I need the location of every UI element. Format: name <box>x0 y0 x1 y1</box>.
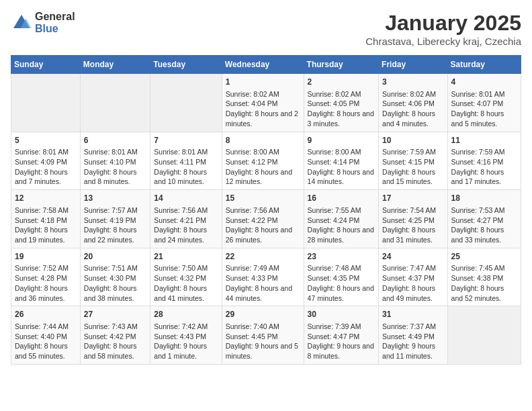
day-number: 12 <box>15 193 77 204</box>
calendar-cell: 6Sunrise: 8:01 AM Sunset: 4:10 PM Daylig… <box>80 132 150 190</box>
header-thursday: Thursday <box>304 56 379 74</box>
day-content: Sunrise: 7:53 AM Sunset: 4:27 PM Dayligh… <box>451 205 517 245</box>
calendar-cell <box>150 74 222 132</box>
day-content: Sunrise: 7:52 AM Sunset: 4:28 PM Dayligh… <box>15 263 77 303</box>
logo: General Blue <box>11 11 75 34</box>
header-sunday: Sunday <box>11 56 81 74</box>
calendar-cell: 30Sunrise: 7:39 AM Sunset: 4:47 PM Dayli… <box>304 306 379 365</box>
calendar-cell: 21Sunrise: 7:50 AM Sunset: 4:32 PM Dayli… <box>150 248 222 306</box>
calendar-table: Sunday Monday Tuesday Wednesday Thursday… <box>11 55 521 365</box>
day-number: 16 <box>308 193 375 204</box>
page-title: January 2025 <box>365 11 521 36</box>
calendar-cell: 31Sunrise: 7:37 AM Sunset: 4:49 PM Dayli… <box>379 306 447 365</box>
calendar-cell: 10Sunrise: 7:59 AM Sunset: 4:15 PM Dayli… <box>379 132 447 190</box>
calendar-cell: 26Sunrise: 7:44 AM Sunset: 4:40 PM Dayli… <box>11 306 81 365</box>
calendar-cell <box>80 74 150 132</box>
day-number: 3 <box>382 77 443 88</box>
day-number: 18 <box>451 193 517 204</box>
day-content: Sunrise: 7:44 AM Sunset: 4:40 PM Dayligh… <box>15 322 77 361</box>
calendar-cell: 8Sunrise: 8:00 AM Sunset: 4:12 PM Daylig… <box>222 132 304 190</box>
day-number: 29 <box>226 309 300 320</box>
day-content: Sunrise: 7:45 AM Sunset: 4:38 PM Dayligh… <box>451 263 517 303</box>
header-friday: Friday <box>379 56 447 74</box>
day-number: 25 <box>451 251 517 263</box>
calendar-cell: 27Sunrise: 7:43 AM Sunset: 4:42 PM Dayli… <box>80 306 150 365</box>
day-number: 24 <box>382 251 443 263</box>
day-content: Sunrise: 7:47 AM Sunset: 4:37 PM Dayligh… <box>382 263 443 303</box>
day-number: 26 <box>15 309 77 320</box>
day-content: Sunrise: 8:02 AM Sunset: 4:05 PM Dayligh… <box>308 89 375 129</box>
calendar-cell: 18Sunrise: 7:53 AM Sunset: 4:27 PM Dayli… <box>447 190 521 248</box>
day-content: Sunrise: 7:39 AM Sunset: 4:47 PM Dayligh… <box>308 322 375 361</box>
week-row-1: 1Sunrise: 8:02 AM Sunset: 4:04 PM Daylig… <box>11 74 521 132</box>
day-content: Sunrise: 7:48 AM Sunset: 4:35 PM Dayligh… <box>308 263 375 303</box>
calendar-cell: 12Sunrise: 7:58 AM Sunset: 4:18 PM Dayli… <box>11 190 81 248</box>
day-number: 27 <box>84 309 146 320</box>
calendar-cell: 24Sunrise: 7:47 AM Sunset: 4:37 PM Dayli… <box>379 248 447 306</box>
calendar-cell: 20Sunrise: 7:51 AM Sunset: 4:30 PM Dayli… <box>80 248 150 306</box>
day-number: 20 <box>84 251 146 263</box>
calendar-cell: 2Sunrise: 8:02 AM Sunset: 4:05 PM Daylig… <box>304 74 379 132</box>
calendar-cell: 13Sunrise: 7:57 AM Sunset: 4:19 PM Dayli… <box>80 190 150 248</box>
calendar-cell: 4Sunrise: 8:01 AM Sunset: 4:07 PM Daylig… <box>447 74 521 132</box>
day-content: Sunrise: 8:01 AM Sunset: 4:09 PM Dayligh… <box>15 147 77 187</box>
day-content: Sunrise: 7:54 AM Sunset: 4:25 PM Dayligh… <box>382 205 443 245</box>
calendar-cell: 3Sunrise: 8:02 AM Sunset: 4:06 PM Daylig… <box>379 74 447 132</box>
day-number: 30 <box>308 309 375 320</box>
day-number: 22 <box>226 251 300 263</box>
day-number: 17 <box>382 193 443 204</box>
day-content: Sunrise: 8:01 AM Sunset: 4:07 PM Dayligh… <box>451 89 517 129</box>
header-wednesday: Wednesday <box>222 56 304 74</box>
calendar-cell: 19Sunrise: 7:52 AM Sunset: 4:28 PM Dayli… <box>11 248 81 306</box>
week-row-3: 12Sunrise: 7:58 AM Sunset: 4:18 PM Dayli… <box>11 190 521 248</box>
day-number: 13 <box>84 193 146 204</box>
day-content: Sunrise: 7:42 AM Sunset: 4:43 PM Dayligh… <box>154 322 218 361</box>
logo-general: General <box>35 11 75 23</box>
logo-icon <box>11 12 32 34</box>
calendar-cell: 9Sunrise: 8:00 AM Sunset: 4:14 PM Daylig… <box>304 132 379 190</box>
day-number: 1 <box>226 77 300 88</box>
calendar-cell: 28Sunrise: 7:42 AM Sunset: 4:43 PM Dayli… <box>150 306 222 365</box>
day-number: 14 <box>154 193 218 204</box>
day-number: 9 <box>308 135 375 146</box>
day-content: Sunrise: 7:57 AM Sunset: 4:19 PM Dayligh… <box>84 205 146 245</box>
day-number: 11 <box>451 135 517 146</box>
day-number: 19 <box>15 251 77 263</box>
calendar-cell: 7Sunrise: 8:01 AM Sunset: 4:11 PM Daylig… <box>150 132 222 190</box>
day-content: Sunrise: 7:51 AM Sunset: 4:30 PM Dayligh… <box>84 263 146 303</box>
day-number: 5 <box>15 135 77 146</box>
calendar-cell: 11Sunrise: 7:59 AM Sunset: 4:16 PM Dayli… <box>447 132 521 190</box>
day-content: Sunrise: 7:58 AM Sunset: 4:18 PM Dayligh… <box>15 205 77 245</box>
page-header: General Blue January 2025 Chrastava, Lib… <box>11 11 521 47</box>
day-content: Sunrise: 7:55 AM Sunset: 4:24 PM Dayligh… <box>308 205 375 245</box>
title-block: January 2025 Chrastava, Liberecky kraj, … <box>365 11 521 47</box>
day-content: Sunrise: 8:00 AM Sunset: 4:14 PM Dayligh… <box>308 147 375 187</box>
day-number: 15 <box>226 193 300 204</box>
day-content: Sunrise: 7:40 AM Sunset: 4:45 PM Dayligh… <box>226 322 300 361</box>
day-content: Sunrise: 7:37 AM Sunset: 4:49 PM Dayligh… <box>382 322 443 361</box>
calendar-cell: 1Sunrise: 8:02 AM Sunset: 4:04 PM Daylig… <box>222 74 304 132</box>
calendar-cell: 23Sunrise: 7:48 AM Sunset: 4:35 PM Dayli… <box>304 248 379 306</box>
calendar-cell: 25Sunrise: 7:45 AM Sunset: 4:38 PM Dayli… <box>447 248 521 306</box>
page-subtitle: Chrastava, Liberecky kraj, Czechia <box>365 36 521 47</box>
logo-blue: Blue <box>35 23 75 35</box>
day-number: 2 <box>308 77 375 88</box>
calendar-cell <box>447 306 521 365</box>
calendar-cell: 22Sunrise: 7:49 AM Sunset: 4:33 PM Dayli… <box>222 248 304 306</box>
day-content: Sunrise: 8:02 AM Sunset: 4:04 PM Dayligh… <box>226 89 300 129</box>
day-content: Sunrise: 8:00 AM Sunset: 4:12 PM Dayligh… <box>226 147 300 187</box>
day-content: Sunrise: 8:01 AM Sunset: 4:11 PM Dayligh… <box>154 147 218 187</box>
day-content: Sunrise: 7:59 AM Sunset: 4:16 PM Dayligh… <box>451 147 517 187</box>
week-row-2: 5Sunrise: 8:01 AM Sunset: 4:09 PM Daylig… <box>11 132 521 190</box>
day-number: 6 <box>84 135 146 146</box>
header-saturday: Saturday <box>447 56 521 74</box>
day-content: Sunrise: 7:56 AM Sunset: 4:21 PM Dayligh… <box>154 205 218 245</box>
day-number: 31 <box>382 309 443 320</box>
day-content: Sunrise: 7:43 AM Sunset: 4:42 PM Dayligh… <box>84 322 146 361</box>
day-content: Sunrise: 8:02 AM Sunset: 4:06 PM Dayligh… <box>382 89 443 129</box>
day-number: 10 <box>382 135 443 146</box>
day-number: 21 <box>154 251 218 263</box>
calendar-body: 1Sunrise: 8:02 AM Sunset: 4:04 PM Daylig… <box>11 74 521 365</box>
day-number: 28 <box>154 309 218 320</box>
day-content: Sunrise: 7:49 AM Sunset: 4:33 PM Dayligh… <box>226 263 300 303</box>
